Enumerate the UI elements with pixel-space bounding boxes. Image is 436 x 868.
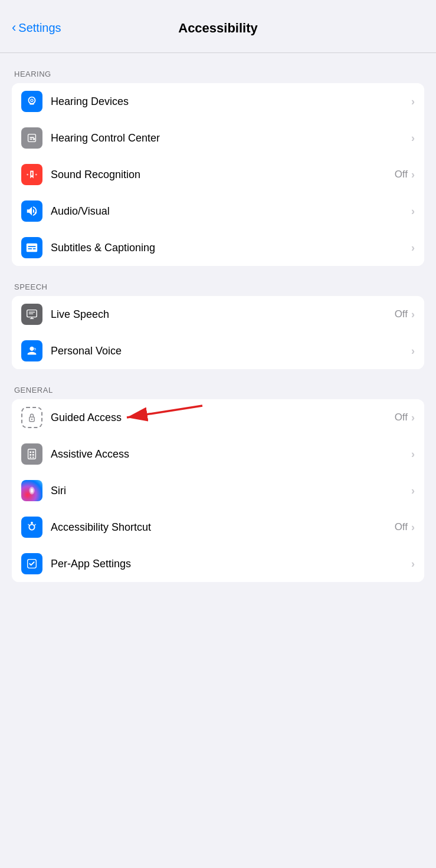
audio-visual-chevron: › [411, 205, 415, 218]
svg-point-18 [31, 488, 34, 492]
svg-point-19 [31, 522, 33, 524]
sound-recognition-value: Off [395, 169, 408, 180]
sound-recognition-chevron: › [411, 169, 415, 181]
live-speech-value: Off [395, 308, 408, 320]
svg-rect-10 [28, 449, 36, 459]
hearing-section: HEARING Hearing Devices › Hearing Contro… [0, 70, 436, 266]
personal-voice-icon [21, 340, 42, 361]
audio-visual-label: Audio/Visual [51, 205, 411, 218]
guided-access-label: Guided Access [51, 412, 395, 424]
hearing-section-label: HEARING [12, 70, 424, 78]
svg-rect-1 [29, 137, 34, 138]
row-per-app-settings[interactable]: Per-App Settings › [12, 545, 424, 582]
hearing-control-center-chevron: › [411, 132, 415, 144]
per-app-settings-chevron: › [411, 558, 415, 570]
svg-rect-14 [32, 454, 34, 456]
audio-visual-icon [21, 200, 42, 222]
svg-point-4 [35, 212, 37, 214]
back-button[interactable]: ‹ Settings [12, 21, 61, 35]
accessibility-shortcut-label: Accessibility Shortcut [51, 521, 395, 534]
subtitles-captioning-icon [21, 237, 42, 258]
row-sound-recognition[interactable]: Sound Recognition Off › [12, 156, 424, 193]
guided-access-icon [21, 407, 42, 428]
hearing-control-center-label: Hearing Control Center [51, 132, 411, 144]
svg-rect-12 [32, 451, 34, 453]
assistive-access-icon [21, 443, 42, 465]
svg-rect-11 [29, 451, 31, 453]
hearing-control-center-icon [21, 127, 42, 149]
per-app-settings-label: Per-App Settings [51, 558, 411, 570]
hearing-group: Hearing Devices › Hearing Control Center… [12, 83, 424, 266]
svg-rect-16 [32, 457, 34, 458]
per-app-settings-icon [21, 553, 42, 574]
row-accessibility-shortcut[interactable]: Accessibility Shortcut Off › [12, 509, 424, 545]
svg-point-3 [33, 138, 35, 140]
back-chevron-icon: ‹ [12, 20, 16, 35]
live-speech-chevron: › [411, 308, 415, 321]
personal-voice-chevron: › [411, 345, 415, 357]
svg-point-7 [31, 419, 33, 420]
row-siri[interactable]: Siri › [12, 472, 424, 509]
row-hearing-devices[interactable]: Hearing Devices › [12, 83, 424, 120]
assistive-access-chevron: › [411, 448, 415, 461]
svg-rect-15 [29, 457, 31, 458]
subtitles-captioning-label: Subtitles & Captioning [51, 242, 411, 254]
row-guided-access[interactable]: Guided Access Off › [12, 399, 424, 436]
assistive-access-label: Assistive Access [51, 448, 411, 461]
page-title: Accessibility [178, 21, 258, 36]
row-audio-visual[interactable]: Audio/Visual › [12, 193, 424, 229]
speech-section-label: SPEECH [12, 282, 424, 291]
navigation-header: ‹ Settings Accessibility [0, 0, 436, 53]
sound-recognition-icon [21, 164, 42, 185]
row-live-speech[interactable]: Live Speech Off › [12, 296, 424, 333]
general-section: GENERAL Guided Access Off [0, 386, 436, 582]
accessibility-shortcut-value: Off [395, 521, 408, 533]
svg-rect-2 [29, 139, 32, 140]
siri-label: Siri [51, 485, 411, 497]
row-hearing-control-center[interactable]: Hearing Control Center › [12, 120, 424, 156]
back-label: Settings [18, 21, 61, 35]
hearing-devices-chevron: › [411, 96, 415, 108]
row-personal-voice[interactable]: Personal Voice › [12, 333, 424, 369]
accessibility-shortcut-icon [21, 517, 42, 538]
guided-access-chevron: › [411, 412, 415, 424]
accessibility-shortcut-chevron: › [411, 521, 415, 534]
live-speech-label: Live Speech [51, 308, 395, 321]
hearing-devices-label: Hearing Devices [51, 96, 411, 108]
siri-chevron: › [411, 485, 415, 497]
general-group: Guided Access Off › Assistive Access › [12, 399, 424, 582]
speech-section: SPEECH Live Speech Off › Personal Voice … [0, 282, 436, 369]
subtitles-captioning-chevron: › [411, 242, 415, 254]
svg-rect-13 [29, 454, 31, 456]
row-subtitles-captioning[interactable]: Subtitles & Captioning › [12, 229, 424, 266]
personal-voice-label: Personal Voice [51, 345, 411, 357]
guided-access-value: Off [395, 412, 408, 423]
speech-group: Live Speech Off › Personal Voice › [12, 296, 424, 369]
hearing-devices-icon [21, 91, 42, 112]
general-section-label: GENERAL [12, 386, 424, 394]
siri-icon [21, 480, 42, 501]
row-assistive-access[interactable]: Assistive Access › [12, 436, 424, 472]
sound-recognition-label: Sound Recognition [51, 169, 395, 181]
live-speech-icon [21, 304, 42, 325]
